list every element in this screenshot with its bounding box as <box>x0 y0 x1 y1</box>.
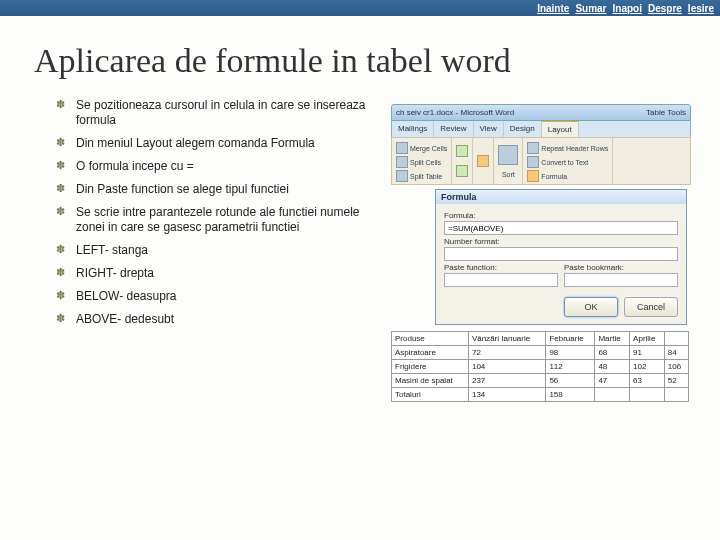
bullet-text: Din meniul Layout alegem comanda Formula <box>76 136 381 151</box>
word-tab-review[interactable]: Review <box>434 121 473 137</box>
bullet-text: LEFT- stanga <box>76 243 381 258</box>
nav-inapoi[interactable]: Inapoi <box>613 3 642 14</box>
word-titlebar: ch seiv cr1.docx - Microsoft Word Table … <box>391 104 691 121</box>
split-cells-button[interactable]: Split Cells <box>396 156 447 168</box>
data-table: ProduseVânzări IanuarieFebruarieMartieAp… <box>391 331 689 402</box>
bullet-text: Se scrie intre parantezele rotunde ale f… <box>76 205 381 235</box>
word-tabs: MailingsReviewViewDesignLayout <box>391 121 691 137</box>
numberformat-input[interactable] <box>444 247 678 261</box>
word-tab-mailings[interactable]: Mailings <box>392 121 434 137</box>
dialog-title: Formula <box>436 190 686 204</box>
split-table-button[interactable]: Split Table <box>396 170 447 182</box>
pastefn-select[interactable] <box>444 273 558 287</box>
pastebm-label: Paste bookmark: <box>564 263 678 272</box>
bullet-icon: ✽ <box>56 289 76 304</box>
merge-cells-button[interactable]: Merge Cells <box>396 142 447 154</box>
nav-inainte[interactable]: Inainte <box>537 3 569 14</box>
nav-sumar[interactable]: Sumar <box>575 3 606 14</box>
bullet-icon: ✽ <box>56 205 76 235</box>
bullet-icon: ✽ <box>56 243 76 258</box>
ok-button[interactable]: OK <box>564 297 618 317</box>
top-nav: Inainte Sumar Inapoi Despre Iesire <box>0 0 720 16</box>
bullet-icon: ✽ <box>56 159 76 174</box>
nav-despre[interactable]: Despre <box>648 3 682 14</box>
repeat-header-button[interactable]: Repeat Header Rows <box>527 142 608 154</box>
sort-button[interactable] <box>498 145 518 165</box>
bullet-icon: ✽ <box>56 182 76 197</box>
pastefn-label: Paste function: <box>444 263 558 272</box>
page-title: Aplicarea de formule in tabel word <box>34 42 720 80</box>
word-screenshot: ch seiv cr1.docx - Microsoft Word Table … <box>391 104 691 402</box>
convert-text-button[interactable]: Convert to Text <box>527 156 608 168</box>
bullet-text: Din Paste function se alege tipul functi… <box>76 182 381 197</box>
nav-iesire[interactable]: Iesire <box>688 3 714 14</box>
word-ribbon: Merge Cells Split Cells Split Table Sort… <box>391 137 691 185</box>
word-tab-view[interactable]: View <box>474 121 504 137</box>
bullet-icon: ✽ <box>56 266 76 281</box>
cancel-button[interactable]: Cancel <box>624 297 678 317</box>
bullet-icon: ✽ <box>56 136 76 151</box>
formula-input[interactable] <box>444 221 678 235</box>
bullet-text: ABOVE- dedesubt <box>76 312 381 327</box>
bullet-icon: ✽ <box>56 98 76 128</box>
formula-label: Formula: <box>444 211 678 220</box>
bullet-text: Se pozitioneaza cursorul in celula in ca… <box>76 98 381 128</box>
bullet-icon: ✽ <box>56 312 76 327</box>
bullet-list: ✽Se pozitioneaza cursorul in celula in c… <box>56 98 381 335</box>
bullet-text: O formula incepe cu = <box>76 159 381 174</box>
formula-button[interactable]: Formula <box>527 170 608 182</box>
pastebm-select[interactable] <box>564 273 678 287</box>
bullet-text: RIGHT- drepta <box>76 266 381 281</box>
word-tab-layout[interactable]: Layout <box>542 121 579 137</box>
formula-dialog: Formula Formula: Number format: Paste fu… <box>435 189 687 325</box>
bullet-text: BELOW- deasupra <box>76 289 381 304</box>
numberformat-label: Number format: <box>444 237 678 246</box>
word-tab-design[interactable]: Design <box>504 121 542 137</box>
